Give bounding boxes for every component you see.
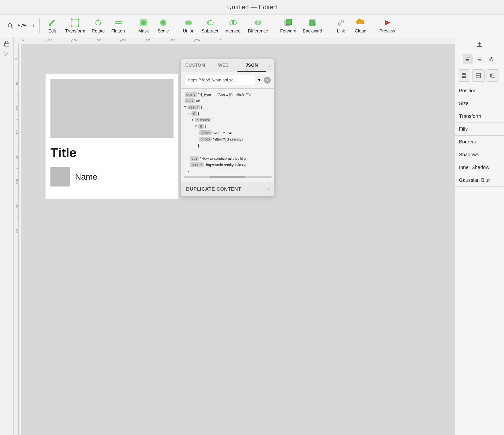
svg-point-6 xyxy=(71,25,73,27)
photo-value: "https://cdn.sanity.i xyxy=(213,137,243,141)
svg-point-5 xyxy=(78,18,79,20)
right-panel-image-btn[interactable] xyxy=(487,69,499,82)
search-button[interactable] xyxy=(5,20,16,31)
svg-point-71 xyxy=(491,59,492,60)
zoom-level[interactable]: 87% xyxy=(18,23,30,29)
json-url-clear-button[interactable]: ✕ xyxy=(264,77,271,84)
svg-rect-24 xyxy=(286,19,292,25)
right-panel-fills[interactable]: Fills xyxy=(455,123,504,136)
toolbar-preview[interactable]: Preview xyxy=(377,16,397,35)
sidebar-resize-icon[interactable] xyxy=(2,50,11,59)
right-panel-settings-btn[interactable] xyxy=(487,54,496,64)
toolbar-difference[interactable]: Difference xyxy=(246,16,270,35)
scale-icon xyxy=(158,18,168,28)
svg-rect-68 xyxy=(477,58,482,58)
svg-rect-2 xyxy=(49,25,51,26)
toolbar: 87% + Edit Transform Rotate Flatten xyxy=(0,15,504,37)
right-panel-inner-shadow[interactable]: Inner Shadow xyxy=(455,161,504,174)
backward-label: Backward xyxy=(303,29,322,34)
toolbar-transform[interactable]: Transform xyxy=(63,16,87,35)
svg-marker-8 xyxy=(97,19,100,21)
result-expand[interactable]: ▼ xyxy=(184,105,187,109)
difference-label: Difference xyxy=(248,29,268,34)
duplicate-content-button[interactable]: DUPLICATE CONTENT › xyxy=(181,182,274,196)
canvas-area: 0 100 200 300 400 500 600 700 8 xyxy=(14,37,455,435)
right-panel-size[interactable]: Size xyxy=(455,97,504,110)
json-row-authors0: ▼ 0 { xyxy=(181,123,274,129)
right-panel-shadows[interactable]: Shadows xyxy=(455,148,504,161)
toolbar-subtract[interactable]: Subtract xyxy=(200,16,220,35)
svg-rect-64 xyxy=(477,46,482,47)
duplicate-content-label: DUPLICATE CONTENT xyxy=(186,186,241,192)
right-panel-borders[interactable]: Borders xyxy=(455,136,504,148)
json-scrollbar-track[interactable] xyxy=(184,176,272,178)
json-panel: CUSTOM WEB JSON › ▼ ✕ query "*[_type xyxy=(181,59,274,196)
json-panel-tabs: CUSTOM WEB JSON › xyxy=(181,59,274,72)
cloud-icon xyxy=(356,18,365,28)
json-row-title: title "How to conditionally build a xyxy=(181,155,274,161)
tab-web[interactable]: WEB xyxy=(209,59,238,72)
json-url-input[interactable] xyxy=(185,75,255,85)
svg-rect-69 xyxy=(478,59,481,60)
svg-text:500: 500 xyxy=(16,179,19,184)
mask-label: Mask xyxy=(138,29,149,34)
svg-text:100: 100 xyxy=(47,39,52,42)
edit-label: Edit xyxy=(48,29,56,34)
toolbar-forward[interactable]: Forward xyxy=(278,16,298,35)
svg-rect-70 xyxy=(478,61,482,61)
right-panel-grid-btn[interactable] xyxy=(458,69,470,82)
toolbar-rotate[interactable]: Rotate xyxy=(90,16,107,35)
right-panel-align-left[interactable] xyxy=(463,54,473,64)
toolbar-flatten[interactable]: Flatten xyxy=(109,16,127,35)
right-panel-upload-btn[interactable] xyxy=(475,39,485,49)
json-row-query: query "*[_type == \"post\"]{\n title,\n … xyxy=(181,91,274,97)
json-row-photo: photo "https://cdn.sanity.i xyxy=(181,136,274,142)
svg-rect-9 xyxy=(115,21,122,22)
rotate-label: Rotate xyxy=(92,29,105,34)
svg-text:0: 0 xyxy=(15,58,17,60)
authors0-expand[interactable]: ▼ xyxy=(194,124,198,128)
forward-icon xyxy=(283,18,293,28)
toolbar-edit[interactable]: Edit xyxy=(44,16,61,35)
index0-expand[interactable]: ▼ xyxy=(188,112,191,115)
json-row-authors: ▼ authors [ xyxy=(181,117,274,123)
toolbar-divider-6 xyxy=(373,18,373,33)
flatten-label: Flatten xyxy=(111,29,125,34)
poster-badge: poster xyxy=(190,162,204,167)
url-dropdown-arrow[interactable]: ▼ xyxy=(257,78,262,83)
json-scrollbar-thumb[interactable] xyxy=(210,176,245,178)
toolbar-scale[interactable]: Scale xyxy=(155,16,172,35)
svg-point-14 xyxy=(161,21,165,24)
authors0-badge: 0 xyxy=(198,124,204,129)
toolbar-union[interactable]: Union xyxy=(180,16,197,35)
toolbar-divider-3 xyxy=(176,18,176,33)
transform-icon xyxy=(70,18,80,28)
svg-text:100: 100 xyxy=(16,81,19,85)
size-label: Size xyxy=(459,101,469,106)
toolbar-mask[interactable]: Mask xyxy=(135,16,152,35)
toolbar-backward[interactable]: Backward xyxy=(301,16,324,35)
cloud-label: Cloud xyxy=(355,29,366,34)
right-panel-position[interactable]: Position xyxy=(455,84,504,97)
right-panel-gaussian-blur[interactable]: Gaussian Blur xyxy=(455,174,504,187)
tab-more[interactable]: › xyxy=(266,59,274,72)
zoom-plus[interactable]: + xyxy=(32,22,35,29)
toolbar-intersect[interactable]: Intersect xyxy=(222,16,243,35)
ruler-vertical: 0 100 200 300 400 500 600 700 xyxy=(14,44,21,435)
svg-text:300: 300 xyxy=(16,130,19,135)
name-badge: name xyxy=(199,130,212,135)
right-panel-transform[interactable]: Transform xyxy=(455,110,504,123)
authors-expand[interactable]: ▼ xyxy=(191,118,194,122)
tab-json[interactable]: JSON xyxy=(237,59,266,72)
flatten-icon xyxy=(113,18,123,28)
right-panel-expand-btn[interactable] xyxy=(472,69,485,82)
right-panel-align-center[interactable] xyxy=(475,54,485,64)
left-sidebar xyxy=(0,37,14,435)
toolbar-cloud[interactable]: Cloud xyxy=(352,16,369,35)
photo-badge: photo xyxy=(199,137,212,141)
title-value: "How to conditionally build a xyxy=(200,156,246,160)
tab-custom[interactable]: CUSTOM xyxy=(181,59,209,72)
toolbar-link[interactable]: Link xyxy=(332,16,349,35)
right-panel-icon-row xyxy=(455,52,504,67)
sidebar-lock-icon[interactable] xyxy=(2,39,11,48)
